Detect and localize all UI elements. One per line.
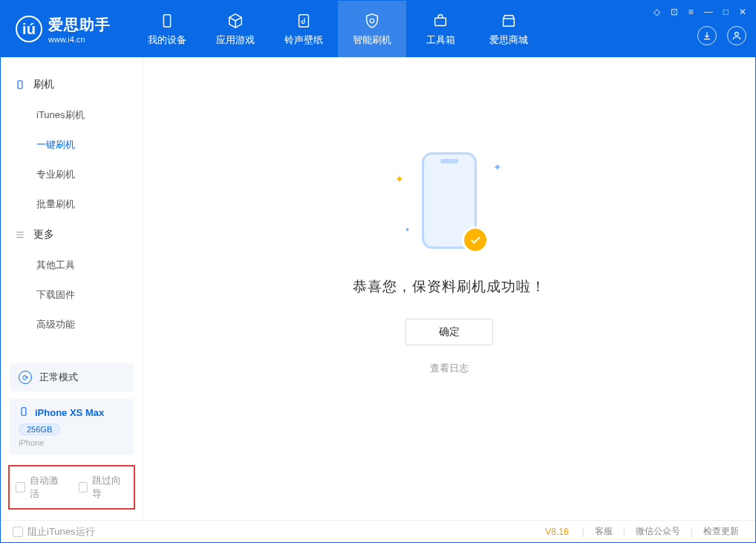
- mode-label: 正常模式: [39, 371, 78, 384]
- header-actions: [697, 26, 746, 45]
- main-pane: ✦ ✦ • 恭喜您，保资料刷机成功啦！ 确定 查看日志: [143, 57, 755, 520]
- check-badge-icon: [462, 227, 489, 253]
- tab-my-device[interactable]: 我的设备: [133, 1, 201, 57]
- sidebar: 刷机 iTunes刷机 一键刷机 专业刷机 批量刷机 更多 其他工具 下载固件 …: [1, 57, 143, 520]
- menu-icon[interactable]: ≡: [687, 5, 695, 19]
- svg-rect-1: [299, 15, 309, 27]
- device-storage-pill: 256GB: [19, 423, 60, 435]
- phone-icon: [157, 11, 177, 30]
- device-mode-box[interactable]: ⟳ 正常模式: [10, 363, 134, 391]
- tab-label: 我的设备: [148, 33, 186, 47]
- tab-label: 工具箱: [426, 33, 455, 47]
- checkbox-block-itunes[interactable]: 阻止iTunes运行: [13, 525, 95, 539]
- tab-store[interactable]: 爱思商城: [475, 1, 543, 57]
- window-controls: ◇ ⊡ ≡ — □ ✕: [652, 5, 748, 19]
- music-file-icon: [294, 11, 313, 30]
- device-type-label: iPhone: [19, 438, 125, 447]
- checkbox-skip-guide[interactable]: 跳过向导: [79, 474, 128, 501]
- feedback-icon[interactable]: ⊡: [669, 5, 680, 19]
- list-icon: [14, 229, 26, 241]
- tab-label: 铃声壁纸: [284, 33, 323, 47]
- success-message: 恭喜您，保资料刷机成功啦！: [353, 277, 546, 296]
- success-illustration: ✦ ✦ •: [416, 146, 483, 258]
- svg-rect-2: [435, 18, 446, 25]
- logo-icon: iú: [16, 16, 42, 42]
- group-label: 更多: [33, 228, 54, 241]
- svg-rect-4: [18, 81, 22, 89]
- wechat-link[interactable]: 微信公众号: [631, 525, 685, 538]
- svg-rect-5: [22, 408, 26, 416]
- tab-label: 智能刷机: [353, 33, 391, 47]
- support-link[interactable]: 客服: [590, 525, 617, 538]
- app-title: 爱思助手: [48, 15, 111, 35]
- phone-flash-icon: [14, 79, 26, 91]
- status-bar: 阻止iTunes运行 V8.16 | 客服 | 微信公众号 | 检查更新: [1, 520, 755, 542]
- device-info-box[interactable]: iPhone XS Max 256GB iPhone: [10, 399, 134, 455]
- nav-tabs: 我的设备 应用游戏 铃声壁纸 智能刷机 工具箱 爱思商城: [133, 1, 543, 57]
- tab-label: 应用游戏: [216, 33, 255, 47]
- checkbox-auto-activate[interactable]: 自动激活: [16, 474, 65, 501]
- maximize-button[interactable]: □: [722, 5, 730, 19]
- check-update-link[interactable]: 检查更新: [699, 525, 743, 538]
- tab-smart-flash[interactable]: 智能刷机: [338, 1, 406, 57]
- sidebar-item-other-tools[interactable]: 其他工具: [1, 250, 143, 280]
- svg-point-3: [735, 32, 739, 36]
- user-icon[interactable]: [727, 26, 746, 45]
- mode-icon: ⟳: [19, 371, 32, 384]
- sidebar-item-batch-flash[interactable]: 批量刷机: [1, 189, 143, 219]
- tab-label: 爱思商城: [489, 33, 528, 47]
- skin-icon[interactable]: ◇: [652, 5, 662, 19]
- device-name-label: iPhone XS Max: [35, 407, 104, 418]
- close-button[interactable]: ✕: [737, 5, 748, 19]
- view-log-link[interactable]: 查看日志: [430, 362, 469, 375]
- tab-apps[interactable]: 应用游戏: [201, 1, 270, 57]
- flash-options-row: 自动激活 跳过向导: [8, 465, 135, 510]
- tab-ringtone[interactable]: 铃声壁纸: [270, 1, 338, 57]
- ok-button[interactable]: 确定: [405, 319, 493, 345]
- svg-rect-0: [163, 15, 170, 27]
- sidebar-group-flash: 刷机: [1, 69, 143, 100]
- sidebar-item-itunes-flash[interactable]: iTunes刷机: [1, 100, 143, 130]
- sidebar-item-download-firmware[interactable]: 下载固件: [1, 280, 143, 310]
- download-icon[interactable]: [697, 26, 717, 45]
- tab-toolbox[interactable]: 工具箱: [406, 1, 475, 57]
- sidebar-item-pro-flash[interactable]: 专业刷机: [1, 160, 143, 189]
- sparkle-icon: ✦: [395, 173, 404, 185]
- toolbox-icon: [431, 11, 450, 30]
- store-icon: [499, 11, 518, 30]
- shield-refresh-icon: [362, 11, 382, 30]
- app-header: iú 爱思助手 www.i4.cn 我的设备 应用游戏 铃声壁纸 智能刷机 工具…: [1, 1, 755, 57]
- device-phone-icon: [19, 406, 29, 419]
- sidebar-item-advanced[interactable]: 高级功能: [1, 310, 143, 339]
- sidebar-item-onekey-flash[interactable]: 一键刷机: [1, 130, 143, 160]
- sidebar-group-more: 更多: [1, 219, 143, 250]
- sparkle-icon: ✦: [493, 161, 502, 173]
- version-label: V8.16: [545, 527, 568, 537]
- cube-icon: [226, 11, 245, 30]
- logo: iú 爱思助手 www.i4.cn: [1, 15, 126, 44]
- minimize-button[interactable]: —: [703, 5, 714, 19]
- group-label: 刷机: [33, 78, 54, 91]
- app-subtitle: www.i4.cn: [48, 35, 111, 44]
- sparkle-icon: •: [405, 224, 409, 235]
